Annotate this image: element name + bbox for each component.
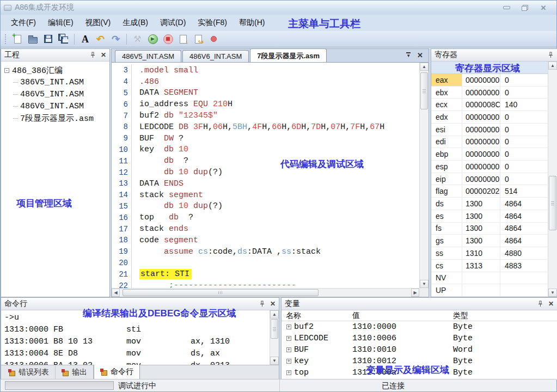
- register-hex-value[interactable]: 1300: [462, 235, 500, 247]
- new-file-button[interactable]: +: [11, 32, 25, 46]
- register-dec-value[interactable]: 514: [500, 185, 548, 197]
- register-hex-value[interactable]: 00000000: [462, 161, 500, 173]
- code-text[interactable]: LEDCODE DB 3FH,06H,5BH,4FH,66H,6DH,7DH,0…: [139, 122, 384, 132]
- register-hex-value[interactable]: 1300: [462, 223, 500, 235]
- save-all-button[interactable]: [57, 32, 70, 46]
- build-button[interactable]: ⚒: [131, 32, 144, 46]
- code-text[interactable]: stack segment: [139, 191, 203, 200]
- variable-value[interactable]: 1310:0006: [352, 334, 453, 343]
- command-vertical-scrollbar[interactable]: ▲ ▼: [270, 310, 279, 365]
- code-text[interactable]: db 10 dup(?): [139, 201, 223, 211]
- register-dec-value[interactable]: [500, 272, 548, 284]
- column-type[interactable]: 类型: [453, 311, 557, 321]
- variable-value[interactable]: 1310:0000: [352, 322, 453, 332]
- code-text[interactable]: DATA ENDS: [139, 179, 183, 188]
- tree-file-item[interactable]: 486V5_INT.ASM: [2, 88, 108, 100]
- register-hex-value[interactable]: 1300: [462, 210, 500, 222]
- stop-button[interactable]: [161, 32, 175, 46]
- code-text[interactable]: assume cs:code,ds:DATA ,ss:stack: [139, 247, 321, 256]
- tree-file-item[interactable]: 486V6_INT.ASM: [2, 100, 108, 112]
- toolbar-grip[interactable]: [5, 34, 7, 44]
- expand-icon[interactable]: +: [286, 370, 291, 375]
- save-button[interactable]: [41, 32, 55, 46]
- bottom-tab-输出[interactable]: 输出: [56, 365, 94, 379]
- pin-icon[interactable]: [548, 52, 554, 58]
- redo-button[interactable]: ↷: [109, 32, 123, 46]
- variable-value[interactable]: 1312:000a: [352, 368, 453, 377]
- open-file-button[interactable]: [26, 32, 40, 46]
- menu-item[interactable]: 生成(B): [117, 15, 154, 30]
- tree-file-item[interactable]: 7段显示器显示.asm: [2, 112, 108, 124]
- run-button[interactable]: ▶: [146, 32, 160, 46]
- scroll-up-icon[interactable]: ▲: [270, 310, 279, 318]
- close-panel-icon[interactable]: ✕: [101, 52, 106, 58]
- code-text[interactable]: DATA SEGMENT: [139, 88, 198, 97]
- register-dec-value[interactable]: 4864: [500, 198, 548, 210]
- close-panel-icon[interactable]: ✕: [548, 301, 554, 307]
- step-over-button[interactable]: ↪: [192, 32, 205, 46]
- expand-icon[interactable]: +: [286, 324, 291, 329]
- register-dec-value[interactable]: 0: [500, 173, 548, 185]
- menu-item[interactable]: 编辑(E): [42, 15, 79, 30]
- code-text[interactable]: db 10 dup(?): [139, 168, 223, 177]
- bottom-tab-错误列表[interactable]: 错误列表: [2, 365, 56, 379]
- command-output[interactable]: ->u1313:0000 FBsti1313:0001 B8 10 13mova…: [1, 310, 270, 365]
- register-hex-value[interactable]: 00000000: [462, 173, 500, 185]
- scrollbar-thumb[interactable]: [271, 319, 278, 339]
- code-text[interactable]: BUF DW ?: [139, 134, 183, 143]
- restore-button[interactable]: [521, 4, 529, 11]
- register-hex-value[interactable]: 1313: [462, 260, 500, 272]
- undo-button[interactable]: ↶: [94, 32, 107, 46]
- breakpoint-button[interactable]: [207, 32, 221, 46]
- register-hex-value[interactable]: 0000008C: [462, 99, 500, 111]
- assemble-button[interactable]: A: [78, 32, 92, 46]
- editor-horizontal-scrollbar[interactable]: ◀ ▶: [112, 288, 419, 297]
- scroll-right-icon[interactable]: ▶: [411, 289, 419, 297]
- scroll-up-icon[interactable]: ▲: [548, 62, 557, 70]
- minimize-button[interactable]: [502, 4, 511, 11]
- code-text[interactable]: key db 10: [139, 145, 188, 154]
- code-text[interactable]: code segment: [139, 236, 198, 245]
- close-document-icon[interactable]: ✕: [417, 52, 423, 59]
- column-value[interactable]: 值: [352, 311, 453, 321]
- register-hex-value[interactable]: 1300: [462, 198, 500, 210]
- register-dec-value[interactable]: 4864: [500, 235, 548, 247]
- register-hex-value[interactable]: [462, 284, 500, 296]
- close-button[interactable]: ✕: [539, 4, 548, 11]
- register-dec-value[interactable]: 0: [500, 87, 548, 99]
- code-text[interactable]: ;-------------------------: [139, 281, 296, 288]
- column-name[interactable]: 名称: [281, 311, 352, 321]
- code-text[interactable]: top db ?: [139, 213, 193, 222]
- register-hex-value[interactable]: 00000000: [462, 136, 500, 148]
- current-execution-line[interactable]: start: STI: [139, 269, 192, 279]
- expand-icon[interactable]: +: [286, 359, 291, 364]
- register-hex-value[interactable]: 00000000: [462, 87, 500, 99]
- code-text[interactable]: stack ends: [139, 224, 188, 234]
- register-hex-value[interactable]: [462, 272, 500, 284]
- bottom-tab-命令行[interactable]: 命令行: [94, 365, 140, 379]
- menu-item[interactable]: 实验(F8): [192, 15, 233, 30]
- variable-value[interactable]: 1310:0010: [352, 345, 453, 354]
- variable-value[interactable]: 1310:0012: [352, 357, 453, 366]
- register-dec-value[interactable]: 0: [500, 161, 548, 173]
- project-tree-root[interactable]: - 486_386汇编: [2, 64, 108, 76]
- code-text[interactable]: io_address EQU 210H: [139, 100, 232, 109]
- register-hex-value[interactable]: 00000000: [462, 111, 500, 123]
- register-hex-value[interactable]: 1310: [462, 247, 500, 259]
- register-dec-value[interactable]: 0: [500, 74, 548, 86]
- menu-item[interactable]: 调试(D): [154, 15, 192, 30]
- register-dec-value[interactable]: [500, 284, 548, 296]
- register-dec-value[interactable]: 0: [500, 111, 548, 123]
- tree-file-item[interactable]: 386V5_INT.ASM: [2, 76, 108, 88]
- register-dec-value[interactable]: 0: [500, 148, 548, 160]
- register-hex-value[interactable]: 00000000: [462, 148, 500, 160]
- pin-icon[interactable]: [259, 301, 265, 307]
- scrollbar-thumb[interactable]: [123, 289, 319, 296]
- editor-tab[interactable]: 486V6_INT.ASM: [182, 50, 249, 62]
- register-dec-value[interactable]: 0: [500, 124, 548, 136]
- menu-item[interactable]: 文件(F): [5, 15, 42, 30]
- expand-icon[interactable]: +: [286, 336, 291, 341]
- step-into-button[interactable]: ↓: [176, 32, 190, 46]
- scrollbar-thumb[interactable]: [549, 176, 556, 230]
- scroll-left-icon[interactable]: ◀: [112, 289, 120, 297]
